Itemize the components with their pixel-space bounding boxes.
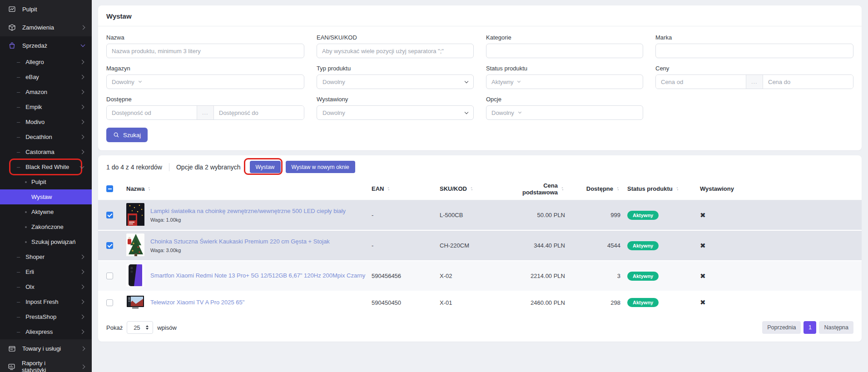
sidebar-item-aliexpress[interactable]: –Aliexpress: [0, 324, 92, 339]
sidebar-item-allegro[interactable]: –Allegro: [0, 55, 92, 69]
chevron-right-icon: [81, 364, 85, 369]
magazyn-dropdown[interactable]: Dowolny: [106, 74, 304, 89]
cell-available: 999: [571, 212, 626, 218]
sidebar-item-brw-szukaj-powiazan[interactable]: Szukaj powiązań: [0, 234, 92, 249]
cell-price: 2460.00 PLN: [510, 299, 571, 306]
product-name-link[interactable]: Telewizor Xiaomi TV A Pro 2025 65": [150, 299, 244, 306]
nazwa-input[interactable]: [106, 44, 304, 58]
opcje-dropdown[interactable]: Dowolny: [486, 105, 643, 120]
row-checkbox[interactable]: [106, 242, 113, 249]
col-header-wystawiony[interactable]: Wystawiony: [696, 185, 853, 192]
dostepne-range-group: ...: [106, 105, 304, 120]
sort-icon: [147, 186, 152, 191]
row-checkbox[interactable]: [106, 299, 113, 306]
col-header-status[interactable]: Status produktu: [626, 185, 696, 192]
table-row: Smartfon Xiaomi Redmi Note 13 Pro+ 5G 12…: [98, 261, 862, 291]
sidebar-item-raporty[interactable]: Raporty i statystyki: [0, 357, 92, 372]
sort-icon: [675, 186, 680, 191]
status-badge: Aktywny: [627, 298, 659, 307]
sidebar-item-erli[interactable]: –Erli: [0, 264, 92, 279]
sales-bag-icon: [8, 42, 16, 50]
select-all-checkbox[interactable]: [106, 185, 113, 192]
sidebar-item-decathlon[interactable]: –Decathlon: [0, 129, 92, 144]
sidebar-item-zamowienia[interactable]: Zamówienia: [0, 18, 92, 36]
cena-od-input[interactable]: [656, 75, 746, 89]
sidebar-item-brw-aktywne[interactable]: Aktywne: [0, 204, 92, 219]
marka-input[interactable]: [655, 44, 853, 58]
sidebar: Pulpit Zamówienia Sprzedaż –Allegro –eBa…: [0, 0, 92, 372]
page-size-select[interactable]: 25: [127, 321, 153, 334]
kategorie-label: Kategorie: [486, 34, 643, 41]
product-name-link[interactable]: Lampki światełka na choinkę zewnętrzne/w…: [150, 208, 346, 214]
status-badge: Aktywny: [627, 272, 659, 281]
pagination-next-button[interactable]: Następna: [819, 321, 853, 334]
col-header-nazwa[interactable]: Nazwa: [126, 185, 372, 192]
sidebar-item-inpost-fresh[interactable]: –Inpost Fresh: [0, 294, 92, 309]
not-listed-icon: ✖: [696, 211, 706, 219]
sidebar-item-ebay[interactable]: –eBay: [0, 69, 92, 84]
kategorie-input[interactable]: [486, 44, 643, 58]
chevron-right-icon: [80, 255, 84, 259]
cell-available: 4544: [571, 242, 626, 249]
field-ceny: Ceny ...: [655, 65, 853, 89]
sidebar-item-modivo[interactable]: –Modivo: [0, 114, 92, 129]
sidebar-item-olx[interactable]: –Olx: [0, 279, 92, 294]
wystaw-new-window-button[interactable]: Wystaw w nowym oknie: [286, 161, 355, 173]
wystaw-button[interactable]: Wystaw: [250, 161, 281, 173]
status-produktu-dropdown[interactable]: Aktywny: [486, 74, 643, 89]
sidebar-item-castorama[interactable]: –Castorama: [0, 144, 92, 159]
reports-icon: [8, 363, 15, 371]
sidebar-item-brw-zakonczone[interactable]: Zakończone: [0, 219, 92, 234]
row-checkbox[interactable]: [106, 273, 113, 279]
dostepnosc-do-input[interactable]: [214, 106, 304, 119]
range-separator: ...: [197, 106, 214, 119]
wystawiony-select[interactable]: Dowolny: [317, 105, 474, 120]
cell-price: 2214.00 PLN: [510, 273, 571, 279]
search-button[interactable]: Szukaj: [106, 128, 148, 142]
cell-ean: 590456456: [372, 273, 440, 279]
typ-produktu-select[interactable]: Dowolny: [317, 74, 474, 89]
col-header-cena[interactable]: Cena podstawowa: [510, 182, 571, 196]
product-name-link[interactable]: Choinka Sztuczna Świerk Kaukaski Premium…: [150, 238, 330, 245]
sidebar-item-shoper[interactable]: –Shoper: [0, 249, 92, 264]
sidebar-item-brw-pulpit[interactable]: Pulpit: [0, 174, 92, 189]
sidebar-item-towary-i-uslugi[interactable]: Towary i usługi: [0, 339, 92, 357]
ean-input[interactable]: [317, 44, 474, 58]
chevron-right-icon: [80, 120, 84, 124]
orders-icon: [8, 24, 16, 31]
field-magazyn: Magazyn Dowolny: [106, 65, 304, 89]
sort-icon: [386, 186, 391, 191]
table-row: Lampki światełka na choinkę zewnętrzne/w…: [98, 200, 862, 231]
marka-label: Marka: [655, 34, 853, 41]
sidebar-item-prestashop[interactable]: –PrestaShop: [0, 309, 92, 324]
sidebar-item-empik[interactable]: –Empik: [0, 99, 92, 114]
ean-label: EAN/SKU/KOD: [317, 34, 474, 41]
sidebar-item-amazon[interactable]: –Amazon: [0, 84, 92, 99]
chevron-down-icon: [81, 43, 85, 47]
cena-do-input[interactable]: [763, 75, 853, 89]
pagination-page-1-button[interactable]: 1: [804, 321, 816, 334]
product-thumbnail: [126, 233, 144, 258]
sidebar-item-sprzedaz[interactable]: Sprzedaż: [0, 36, 92, 55]
sidebar-item-black-red-white[interactable]: –Black Red White: [0, 159, 92, 174]
chevron-right-icon: [80, 285, 84, 289]
pagination-previous-button[interactable]: Poprzednia: [762, 321, 801, 334]
cell-sku: X-01: [440, 299, 510, 306]
row-checkbox[interactable]: [106, 212, 113, 218]
products-icon: [8, 345, 16, 352]
field-opcje: Opcje Dowolny: [486, 96, 643, 120]
product-thumbnail: [126, 264, 144, 288]
sidebar-item-pulpit[interactable]: Pulpit: [0, 0, 92, 18]
chevron-right-icon: [80, 315, 84, 319]
col-header-dostepne[interactable]: Dostępne: [571, 185, 626, 192]
col-header-ean[interactable]: EAN: [372, 185, 440, 192]
product-thumbnail: [126, 295, 144, 310]
table-row: Choinka Sztuczna Świerk Kaukaski Premium…: [98, 231, 862, 261]
product-name-link[interactable]: Smartfon Xiaomi Redmi Note 13 Pro+ 5G 12…: [150, 272, 365, 279]
entries-label: wpisów: [157, 324, 177, 331]
cell-price: 344.40 PLN: [510, 242, 571, 249]
sort-icon: [560, 186, 565, 191]
sidebar-item-brw-wystaw-active[interactable]: Wystaw: [0, 189, 92, 204]
dostepnosc-od-input[interactable]: [107, 106, 197, 119]
col-header-sku[interactable]: SKU/KOD: [440, 185, 510, 192]
